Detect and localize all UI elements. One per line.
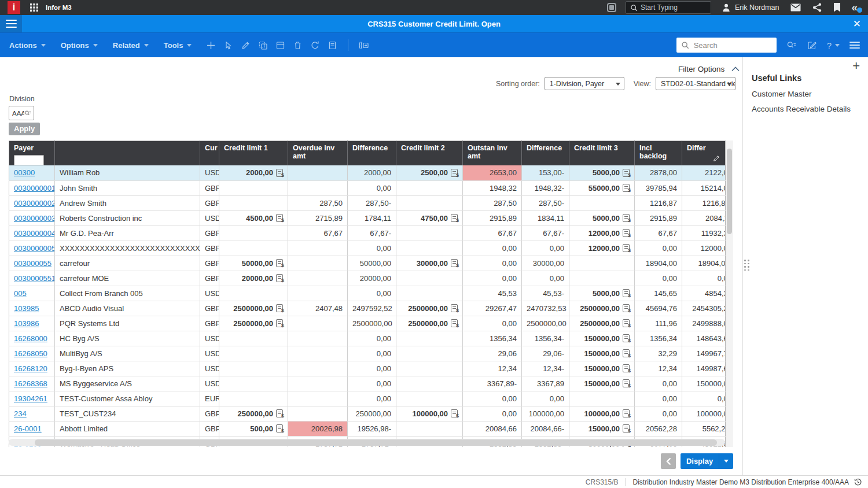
currency-document-icon[interactable]: $ bbox=[451, 169, 458, 177]
mail-icon[interactable] bbox=[790, 3, 801, 12]
collapse-panel-icon[interactable]: « bbox=[851, 3, 862, 12]
user-menu[interactable]: Erik Nordman bbox=[722, 3, 779, 12]
view-select[interactable]: STD02-01-Standard view... bbox=[656, 77, 735, 90]
share-icon[interactable] bbox=[812, 3, 822, 12]
currency-document-icon[interactable]: $ bbox=[276, 424, 283, 432]
table-row[interactable]: 0030000005XXXXXXXXXXXXXXXXXXXXXXXXXXXXXX… bbox=[9, 241, 726, 256]
currency-document-icon[interactable]: $ bbox=[623, 304, 630, 312]
menu-tools[interactable]: Tools bbox=[164, 41, 192, 50]
global-search[interactable] bbox=[626, 1, 711, 14]
list-search[interactable] bbox=[676, 38, 777, 53]
currency-document-icon[interactable]: $ bbox=[623, 289, 630, 297]
filter-search-icon[interactable] bbox=[786, 40, 797, 50]
currency-document-icon[interactable]: $ bbox=[623, 334, 630, 342]
back-button[interactable] bbox=[661, 453, 676, 469]
useful-link[interactable]: Accounts Receivable Details bbox=[752, 105, 868, 113]
currency-document-icon[interactable]: $ bbox=[451, 259, 458, 267]
table-row[interactable]: 0030000003Roberts Construction incUSD450… bbox=[9, 210, 726, 225]
payer-link[interactable]: 103985 bbox=[14, 304, 39, 313]
table-row[interactable]: 16268000HC Byg A/SUSD0,001356,341356,34-… bbox=[9, 331, 726, 346]
payer-link[interactable]: 16268120 bbox=[14, 364, 47, 373]
col-credit-limit-3[interactable]: Credit limit 3 bbox=[569, 141, 635, 166]
payer-link[interactable]: 16268050 bbox=[14, 349, 47, 358]
note-icon[interactable] bbox=[326, 39, 339, 52]
panel-card-icon[interactable] bbox=[274, 39, 287, 52]
infor-logo[interactable]: i bbox=[8, 1, 20, 14]
col-overdue-inv-amt[interactable]: Overdue inv amt bbox=[288, 141, 348, 166]
currency-document-icon[interactable]: $ bbox=[623, 409, 630, 417]
select-cursor-icon[interactable] bbox=[222, 39, 235, 52]
col-differ[interactable]: Differ bbox=[682, 141, 726, 166]
payer-link[interactable]: 16268000 bbox=[14, 334, 47, 343]
currency-document-icon[interactable]: $ bbox=[451, 214, 458, 222]
add-widget-icon[interactable]: + bbox=[852, 60, 860, 72]
global-search-input[interactable] bbox=[641, 3, 698, 12]
currency-document-icon[interactable]: $ bbox=[276, 214, 283, 222]
table-row[interactable]: 26-0001Abbott LimitedGBP500,00$20026,981… bbox=[9, 421, 726, 436]
currency-document-icon[interactable]: $ bbox=[623, 424, 630, 432]
payer-link[interactable]: 005 bbox=[14, 289, 27, 298]
display-dropdown-button[interactable] bbox=[719, 453, 733, 469]
browse-icon[interactable] bbox=[24, 110, 31, 117]
useful-link[interactable]: Customer Master bbox=[752, 90, 868, 98]
more-menu-icon[interactable] bbox=[849, 45, 860, 46]
copy-icon[interactable] bbox=[256, 39, 270, 52]
close-icon[interactable]: ✕ bbox=[853, 19, 861, 29]
currency-document-icon[interactable]: $ bbox=[276, 319, 283, 327]
table-row[interactable]: 234TEST_CUST234GBP250000,00$250000,00100… bbox=[9, 406, 726, 421]
table-row[interactable]: 003000055carrefourGBP50000,00$50000,0030… bbox=[9, 256, 726, 271]
table-row[interactable]: 0030000004Mr G.D. Pea-ArrGBP67,6767,67-6… bbox=[9, 225, 726, 241]
table-row[interactable]: 16268368MS Byggeservice A/SUSD0,003367,8… bbox=[9, 376, 726, 391]
sorting-order-select[interactable]: 1-Division, Payer bbox=[545, 77, 624, 90]
currency-document-icon[interactable]: $ bbox=[451, 409, 458, 417]
panel-drag-handle[interactable] bbox=[744, 260, 749, 271]
table-row[interactable]: 0030000551carrefour MOEGBP20000,00$20000… bbox=[9, 271, 726, 286]
table-row[interactable]: 0030000002Andrew SmithGBP287,50287,50-28… bbox=[9, 195, 726, 210]
horizontal-scrollbar-thumb[interactable] bbox=[35, 439, 717, 446]
currency-document-icon[interactable]: $ bbox=[623, 319, 630, 327]
list-search-input[interactable] bbox=[676, 38, 777, 53]
column-edit-pencil-icon[interactable] bbox=[712, 154, 720, 162]
payer-link[interactable]: 0030000001 bbox=[14, 184, 55, 193]
currency-document-icon[interactable]: $ bbox=[276, 274, 283, 282]
menu-actions[interactable]: Actions bbox=[9, 41, 46, 50]
payer-link[interactable]: 103986 bbox=[14, 319, 39, 328]
edit-pencil-icon[interactable] bbox=[239, 39, 252, 52]
table-row[interactable]: 16268050MultiByg A/SUSD0,0029,0629,06-15… bbox=[9, 346, 726, 361]
currency-document-icon[interactable]: $ bbox=[276, 259, 283, 267]
table-row[interactable]: 19304261TEST-Customer Assa AbloyEUR0,000… bbox=[9, 391, 726, 406]
edit-box-icon[interactable] bbox=[807, 40, 817, 50]
payer-link[interactable]: 0030000551 bbox=[14, 274, 55, 283]
add-icon[interactable] bbox=[204, 39, 218, 52]
currency-document-icon[interactable]: $ bbox=[276, 409, 283, 417]
col-outstan-inv-amt[interactable]: Outstan inv amt bbox=[463, 141, 522, 166]
payer-link[interactable]: 0030000004 bbox=[14, 229, 55, 238]
payer-filter-input[interactable] bbox=[14, 155, 44, 165]
menu-related[interactable]: Related bbox=[113, 41, 149, 50]
division-input[interactable] bbox=[9, 110, 24, 117]
payer-link[interactable]: 00300 bbox=[14, 168, 35, 177]
col-difference-1[interactable]: Difference bbox=[348, 141, 396, 166]
vertical-scrollbar[interactable] bbox=[726, 141, 733, 447]
payer-link[interactable]: 0030000005 bbox=[14, 244, 55, 253]
currency-document-icon[interactable]: $ bbox=[623, 379, 630, 387]
currency-document-icon[interactable]: $ bbox=[623, 229, 630, 237]
history-clock-icon[interactable] bbox=[854, 478, 862, 486]
col-name[interactable] bbox=[55, 141, 200, 166]
col-incl-backlog[interactable]: Incl backlog bbox=[635, 141, 682, 166]
col-credit-limit-2[interactable]: Credit limit 2 bbox=[396, 141, 463, 166]
table-row[interactable]: 005Collect From Branch 005USD0,0045,5345… bbox=[9, 286, 726, 301]
table-row[interactable]: 00300William RobUSD2000,00$2000,002500,0… bbox=[9, 165, 726, 180]
payer-link[interactable]: 19304261 bbox=[14, 394, 47, 403]
currency-document-icon[interactable]: $ bbox=[276, 304, 283, 312]
workspace-icon[interactable] bbox=[607, 3, 616, 12]
col-difference-2[interactable]: Difference bbox=[522, 141, 569, 166]
filter-options-toggle[interactable]: Filter Options bbox=[678, 65, 740, 73]
currency-document-icon[interactable]: $ bbox=[623, 244, 630, 252]
table-row[interactable]: 16268120Byg-I-Byen APSUSD0,0012,3412,34-… bbox=[9, 361, 726, 376]
payer-link[interactable]: 234 bbox=[14, 409, 27, 418]
table-row[interactable]: 103986PQR Systems LtdGBP2500000,00$25000… bbox=[9, 316, 726, 331]
app-grid-icon[interactable] bbox=[30, 3, 39, 12]
division-field[interactable] bbox=[9, 106, 34, 120]
col-credit-limit-1[interactable]: Credit limit 1 bbox=[219, 141, 288, 166]
